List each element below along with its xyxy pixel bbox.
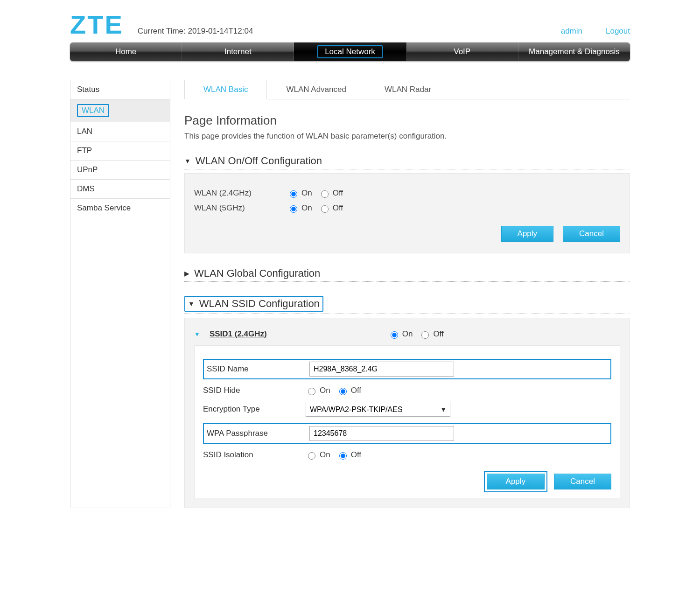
tab-wlan-advanced[interactable]: WLAN Advanced (267, 80, 365, 99)
ssid-isolation-label: SSID Isolation (203, 450, 306, 460)
logout-link[interactable]: Logout (606, 27, 630, 40)
chevron-down-icon: ▼ (184, 157, 191, 165)
page-description: This page provides the function of WLAN … (184, 132, 630, 141)
onoff-apply-button[interactable]: Apply (501, 226, 554, 242)
ssid-apply-button[interactable]: Apply (487, 474, 545, 489)
current-time: Current Time: 2019-01-14T12:04 (138, 27, 253, 40)
ssid-hide-label: SSID Hide (203, 386, 306, 395)
sidebar-item-status[interactable]: Status (70, 80, 170, 99)
ssid1-config-block: SSID Name SSID Hide On Off Encryption Ty… (194, 345, 620, 498)
nav-label: VoIP (454, 47, 470, 56)
off-label: Off (333, 189, 343, 198)
content: WLAN BasicWLAN AdvancedWLAN Radar Page I… (184, 80, 630, 508)
nav-home[interactable]: Home (70, 42, 182, 61)
chevron-right-icon: ▶ (184, 270, 189, 277)
wlan-on-radio[interactable] (290, 190, 297, 198)
nav-management-diagnosis[interactable]: Management & Diagnosis (518, 42, 630, 61)
ssid-isolation-on-radio[interactable] (308, 452, 315, 460)
ssid-name-input[interactable] (309, 362, 454, 377)
radio-group: OnOff (287, 189, 343, 198)
onoff-cancel-button[interactable]: Cancel (563, 226, 620, 242)
on-label: On (301, 203, 312, 213)
section-title: WLAN On/Off Configuration (196, 155, 322, 167)
nav-label: Internet (224, 47, 252, 56)
ssid1-header[interactable]: ▼ SSID1 (2.4GHz) On Off (194, 328, 620, 345)
sidebar-label: UPnP (77, 165, 98, 174)
on-label: On (402, 329, 413, 339)
tab-wlan-basic[interactable]: WLAN Basic (184, 80, 267, 99)
sidebar-item-samba-service[interactable]: Samba Service (70, 199, 170, 217)
ssid-hide-off-radio[interactable] (339, 388, 347, 395)
section-wlan-ssid-header[interactable]: ▼ WLAN SSID Configuration (184, 296, 630, 314)
on-label: On (320, 450, 330, 460)
ssid1-name-label: SSID1 (2.4GHz) (210, 329, 267, 339)
sidebar-label: LAN (77, 127, 92, 136)
off-label: Off (351, 386, 361, 395)
ssid-isolation-off-radio[interactable] (339, 452, 347, 460)
wlan-band-label: WLAN (5GHz) (194, 203, 287, 213)
encryption-row: Encryption Type WPA/WPA2-PSK-TKIP/AES (203, 402, 611, 417)
ssid1-off-radio[interactable] (421, 331, 429, 339)
sidebar-label: WLAN (77, 104, 109, 117)
wlan-onoff-panel: WLAN (2.4GHz)OnOffWLAN (5GHz)OnOff Apply… (184, 173, 630, 253)
nav-internet[interactable]: Internet (182, 42, 294, 61)
wlan-off-radio[interactable] (321, 190, 329, 198)
nav-label: Local Network (317, 45, 383, 58)
off-label: Off (433, 329, 443, 339)
encryption-select[interactable]: WPA/WPA2-PSK-TKIP/AES (306, 402, 450, 417)
section-wlan-onoff-header[interactable]: ▼ WLAN On/Off Configuration (184, 155, 630, 169)
top-nav: HomeInternetLocal NetworkVoIPManagement … (70, 42, 630, 61)
sidebar-item-wlan[interactable]: WLAN (70, 99, 170, 122)
off-label: Off (333, 203, 343, 213)
sidebar-label: DMS (77, 184, 95, 193)
nav-voip[interactable]: VoIP (406, 42, 518, 61)
ssid1-on-radio[interactable] (391, 331, 398, 339)
sidebar-item-ftp[interactable]: FTP (70, 141, 170, 161)
tabs: WLAN BasicWLAN AdvancedWLAN Radar (184, 80, 630, 99)
wlan-on-radio[interactable] (290, 205, 297, 213)
tab-wlan-radar[interactable]: WLAN Radar (365, 80, 450, 99)
page-title: Page Information (184, 113, 630, 128)
wlan-onoff-row: WLAN (5GHz)OnOff (194, 203, 620, 213)
sidebar-label: FTP (77, 146, 92, 155)
ssid-isolation-row: SSID Isolation On Off (203, 450, 611, 460)
sidebar-item-lan[interactable]: LAN (70, 122, 170, 141)
sidebar: StatusWLANLANFTPUPnPDMSSamba Service (70, 80, 170, 508)
wlan-band-label: WLAN (2.4GHz) (194, 189, 287, 198)
sidebar-item-upnp[interactable]: UPnP (70, 161, 170, 180)
brand-logo: ZTE (70, 9, 124, 40)
on-label: On (301, 189, 312, 198)
wlan-onoff-row: WLAN (2.4GHz)OnOff (194, 189, 620, 198)
ssid-hide-on-radio[interactable] (308, 388, 315, 395)
on-label: On (320, 386, 330, 395)
section-title: WLAN SSID Configuration (199, 298, 320, 310)
encryption-label: Encryption Type (203, 405, 306, 414)
section-wlan-global-header[interactable]: ▶ WLAN Global Configuration (184, 267, 630, 282)
ssid-name-row: SSID Name (203, 359, 611, 379)
nav-local-network[interactable]: Local Network (294, 42, 406, 61)
ssid-hide-row: SSID Hide On Off (203, 386, 611, 395)
wlan-ssid-panel: ▼ SSID1 (2.4GHz) On Off SSID Name SSID H… (184, 318, 630, 508)
nav-label: Home (115, 47, 136, 56)
chevron-down-icon: ▼ (188, 300, 195, 307)
sidebar-label: Status (77, 85, 99, 94)
user-link[interactable]: admin (561, 27, 582, 40)
section-title: WLAN Global Configuration (194, 267, 320, 280)
wlan-off-radio[interactable] (321, 205, 329, 213)
header: ZTE Current Time: 2019-01-14T12:04 admin… (70, 9, 630, 40)
sidebar-item-dms[interactable]: DMS (70, 180, 170, 199)
ssid-name-label: SSID Name (207, 364, 309, 374)
nav-label: Management & Diagnosis (529, 47, 620, 56)
wpa-passphrase-label: WPA Passphrase (207, 429, 309, 438)
wpa-passphrase-row: WPA Passphrase (203, 423, 611, 444)
radio-group: OnOff (287, 203, 343, 213)
sidebar-label: Samba Service (77, 203, 131, 212)
off-label: Off (351, 450, 361, 460)
wpa-passphrase-input[interactable] (309, 426, 454, 441)
chevron-down-icon: ▼ (194, 331, 200, 338)
ssid-cancel-button[interactable]: Cancel (554, 474, 611, 489)
